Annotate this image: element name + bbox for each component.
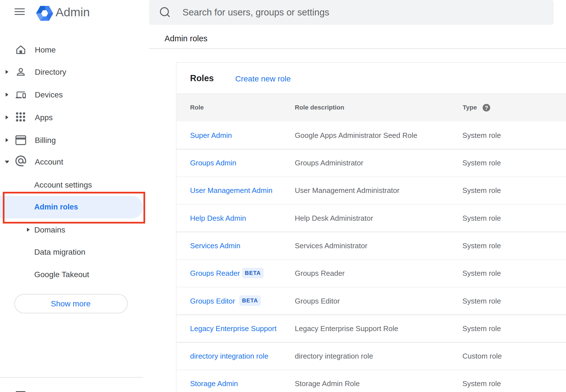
svg-text:?: ?: [485, 105, 488, 111]
